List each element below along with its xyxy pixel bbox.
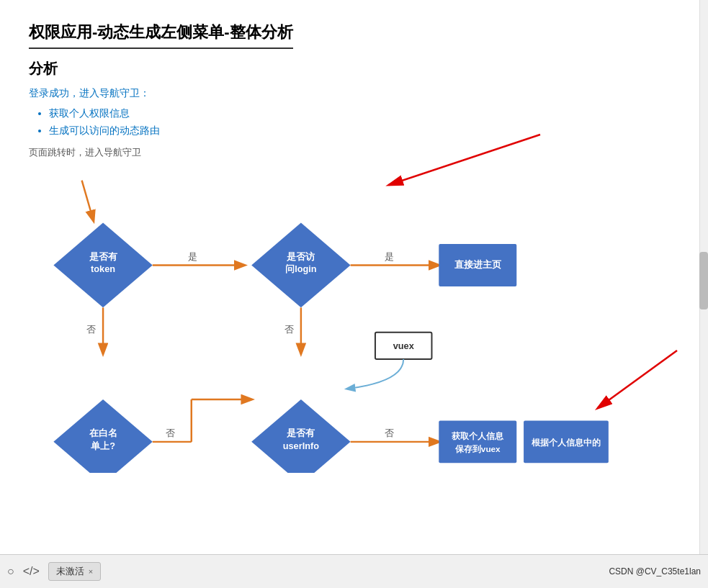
- svg-text:是否有: 是否有: [287, 428, 315, 438]
- svg-line-38: [598, 350, 677, 408]
- svg-text:否: 否: [166, 428, 175, 438]
- svg-text:问login: 问login: [285, 263, 316, 274]
- taskbar-code-icon[interactable]: </>: [23, 565, 40, 578]
- scrollbar-thumb[interactable]: [699, 252, 708, 309]
- svg-marker-5: [251, 223, 350, 308]
- svg-rect-10: [439, 244, 516, 286]
- scrollbar[interactable]: [699, 0, 708, 554]
- sub-text: 页面跳转时，进入导航守卫: [29, 146, 679, 159]
- bullet-list: 获取个人权限信息 生成可以访问的动态路由: [29, 107, 679, 137]
- flowchart-svg: 是否有 token 是 是否访 问login 是 直接进主页 否 在白名 单上?: [29, 171, 679, 473]
- svg-text:单上?: 单上?: [91, 440, 115, 451]
- svg-marker-0: [53, 223, 152, 308]
- tab-close-button[interactable]: ×: [89, 567, 93, 576]
- svg-marker-25: [251, 399, 350, 473]
- taskbar-tab[interactable]: 未激活 ×: [48, 562, 101, 581]
- main-content: 权限应用-动态生成左侧菜单-整体分析 分析 登录成功，进入导航守卫： 获取个人权…: [0, 0, 708, 554]
- svg-text:是: 是: [188, 251, 197, 262]
- svg-text:否: 否: [86, 324, 96, 335]
- tab-label: 未激活: [56, 565, 84, 578]
- svg-text:保存到vuex: 保存到vuex: [454, 444, 501, 453]
- intro-text: 登录成功，进入导航守卫：: [29, 87, 679, 100]
- svg-text:获取个人信息: 获取个人信息: [452, 431, 504, 440]
- section-title: 分析: [29, 59, 679, 78]
- page-title: 权限应用-动态生成左侧菜单-整体分析: [29, 22, 293, 49]
- taskbar-circle-icon[interactable]: ○: [7, 565, 14, 578]
- taskbar: ○ </> 未激活 × CSDN @CV_C35te1lan: [0, 554, 708, 588]
- svg-text:vuex: vuex: [393, 340, 414, 351]
- svg-text:是: 是: [385, 251, 394, 262]
- bullet-item-1: 获取个人权限信息: [49, 107, 679, 120]
- svg-text:token: token: [91, 263, 115, 274]
- taskbar-left: ○ </> 未激活 ×: [7, 562, 101, 581]
- svg-rect-33: [524, 420, 609, 463]
- svg-text:是否有: 是否有: [89, 251, 118, 262]
- svg-text:userInfo: userInfo: [283, 440, 320, 451]
- orange-arrow-svg: [29, 171, 679, 473]
- svg-text:在白名: 在白名: [89, 428, 117, 438]
- bullet-item-2: 生成可以访问的动态路由: [49, 125, 679, 137]
- svg-text:否: 否: [385, 428, 394, 438]
- svg-line-37: [389, 135, 540, 185]
- taskbar-branding: CSDN @CV_C35te1lan: [609, 566, 701, 576]
- svg-text:直接进主页: 直接进主页: [454, 259, 502, 270]
- svg-rect-30: [439, 420, 516, 463]
- svg-text:根据个人信息中的: 根据个人信息中的: [531, 438, 601, 447]
- flowchart-area: 是否有 token 是 是否访 问login 是 直接进主页 否 在白名 单上?: [29, 171, 679, 473]
- svg-rect-23: [375, 333, 432, 359]
- svg-text:否: 否: [284, 324, 294, 335]
- svg-line-39: [82, 181, 93, 217]
- svg-marker-14: [53, 399, 152, 473]
- svg-text:是否访: 是否访: [287, 251, 315, 262]
